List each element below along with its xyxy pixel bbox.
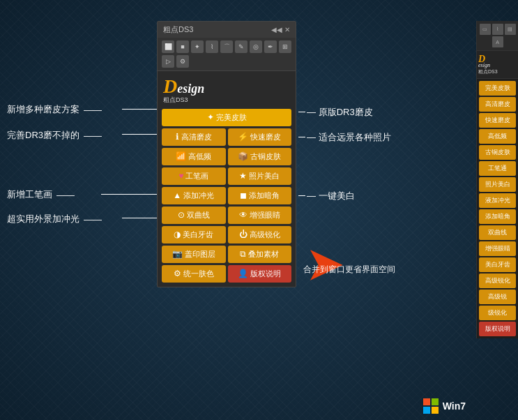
panel-controls: ◀◀ ✕ [271, 26, 290, 33]
btn-perfect-skin[interactable]: ✦ 完美皮肤 [162, 109, 291, 126]
right-btn-photo-white[interactable]: 照片美白 [479, 177, 516, 192]
svg-rect-1 [432, 398, 439, 405]
button-grid: ✦ 完美皮肤 ℹ 高清磨皮 ⚡ 快速磨皮 📶 高低频 📦 古铜皮肤 ♥ 工笔画 … [158, 107, 296, 287]
fast-skin-icon: ⚡ [238, 132, 248, 142]
right-panel-buttons: 完美皮肤 高清磨皮 快速磨皮 高低频 古铜皮肤 工笔通 照片美白 液加冲光 添加… [477, 79, 518, 338]
ink-paint-icon: ♥ [178, 171, 183, 181]
win7-flag-icon [422, 398, 439, 414]
svg-rect-0 [423, 398, 430, 405]
ann-line-3 [101, 194, 158, 195]
right-btn-eyes[interactable]: 增强眼睛 [479, 241, 516, 256]
plugin-panel: 粗点DS3 ◀◀ ✕ ⬜ ■ ✦ ⌇ ⌒ ✎ ◎ ✒ ⊞ ▷ ⚙ Design … [157, 21, 296, 287]
right-btn-curves[interactable]: 双曲线 [479, 225, 516, 240]
toolbar-icon-stamp[interactable]: ✎ [235, 40, 247, 53]
ann-right-original-dr3: — 原版DR3磨皮 [307, 106, 373, 119]
right-btn-sharpen1[interactable]: 高级锐化 [479, 273, 516, 288]
rp-icon-1[interactable]: ▭ [480, 24, 491, 35]
high-freq-icon: 📶 [176, 151, 186, 161]
curves-icon: ⊙ [178, 210, 185, 220]
right-btn-teeth[interactable]: 美白牙齿 [479, 257, 516, 272]
panel-toolbar: ⬜ ■ ✦ ⌇ ⌒ ✎ ◎ ✒ ⊞ ▷ ⚙ [158, 38, 296, 71]
whiten-teeth-icon: ◑ [174, 230, 181, 239]
ann-right-one-click-white: — 一键美白 [307, 190, 355, 202]
btn-unify-skin[interactable]: ⚙ 统一肤色 [162, 265, 226, 283]
btn-fast-skin[interactable]: ⚡ 快速磨皮 [228, 128, 292, 146]
toolbar-icon-shape[interactable]: ▷ [162, 55, 174, 68]
svg-rect-2 [423, 407, 430, 414]
right-btn-sharpen3[interactable]: 级锐化 [479, 306, 516, 320]
hd-skin-icon: ℹ [176, 132, 179, 142]
ann-line-4 [122, 218, 158, 218]
unify-skin-icon: ⚙ [174, 269, 181, 278]
right-btn-perfect-skin[interactable]: 完美皮肤 [479, 81, 516, 96]
btn-add-glow[interactable]: ▲ 添加冲光 [162, 187, 226, 204]
panel-titlebar: 粗点DS3 ◀◀ ✕ [158, 22, 296, 38]
btn-adv-sharpen[interactable]: ⏻ 高级锐化 [228, 226, 292, 243]
svg-rect-3 [432, 407, 439, 414]
toolbar-icon-curve[interactable]: ⌇ [206, 40, 218, 53]
right-btn-fast-skin[interactable]: 快速磨皮 [479, 113, 516, 128]
ann-line-right-1 [298, 112, 305, 112]
rp-icon-3[interactable]: ▤ [505, 24, 516, 35]
btn-high-freq[interactable]: 📶 高低频 [162, 148, 226, 165]
right-btn-ink[interactable]: 工笔通 [479, 161, 516, 176]
stack-material-icon: ⧉ [240, 249, 246, 259]
toolbar-icon-pen[interactable]: ✒ [264, 40, 277, 53]
panel-logo: Design 粗点DS3 [158, 71, 296, 107]
right-logo-esign: esign [478, 62, 517, 68]
annotation-ink-paint: 新增工笔画 [7, 188, 75, 201]
perfect-skin-icon: ✦ [207, 112, 214, 122]
rp-icon-2[interactable]: ⌇ [492, 24, 503, 35]
add-glow-icon: ▲ [173, 190, 181, 200]
toolbar-icon-settings[interactable]: ⚙ [176, 55, 189, 68]
toolbar-icon-magic[interactable]: ✦ [191, 40, 204, 53]
annotation-new-skin: 新增多种磨皮方案 [7, 103, 102, 116]
win7-area: Win7 [422, 398, 466, 414]
right-btn-copyright[interactable]: 版权说明 [479, 322, 516, 336]
btn-stack-material[interactable]: ⧉ 叠加素材 [228, 246, 292, 263]
panel-title: 粗点DS3 [163, 24, 193, 35]
btn-photo-white[interactable]: ★ 照片美白 [228, 167, 292, 185]
copyright-icon: 👤 [238, 269, 248, 278]
ann-right-merge-window: 合并到窗口更省界面空间 [303, 264, 395, 276]
toolbar-icon-lasso[interactable]: ◎ [250, 40, 262, 53]
stamp-layer-icon: 📷 [172, 249, 183, 259]
ann-line-right-3 [298, 195, 305, 196]
logo-design-text: Design [163, 75, 204, 98]
add-shadow-icon: ◼ [240, 190, 247, 200]
annotation-dr3-improve: 完善DR3磨不掉的 [7, 129, 102, 142]
ann-right-distant-photos: — 适合远景各种照片 [307, 131, 391, 144]
btn-stamp-layer[interactable]: 📷 盖印图层 [162, 246, 226, 263]
right-btn-high-freq[interactable]: 高低频 [479, 129, 516, 144]
btn-whiten-teeth[interactable]: ◑ 美白牙齿 [162, 226, 226, 243]
toolbar-icon-type[interactable]: ⊞ [279, 40, 291, 53]
win7-text: Win7 [443, 400, 466, 412]
toolbar-icon-brush[interactable]: ⌒ [220, 40, 233, 53]
photo-white-icon: ★ [239, 171, 247, 181]
enhance-eyes-icon: 👁 [239, 210, 247, 220]
right-sidebar: ▭ ⌇ ▤ A D esign 粗点DS3 完美皮肤 高清磨皮 快速磨皮 高低频… [476, 21, 518, 338]
right-btn-glow[interactable]: 液加冲光 [479, 193, 516, 208]
right-btn-bronze[interactable]: 古铜皮肤 [479, 145, 516, 160]
ann-line-2 [122, 134, 158, 135]
right-btn-shadow[interactable]: 添加暗角 [479, 209, 516, 224]
rp-icon-4[interactable]: A [492, 36, 503, 47]
right-panel-logo: D esign 粗点DS3 [477, 51, 518, 79]
annotation-glow: 超实用外景加冲光 [7, 213, 102, 225]
right-btn-hd-skin[interactable]: 高清磨皮 [479, 97, 516, 112]
right-btn-sharpen2[interactable]: 高级锐 [479, 290, 516, 304]
btn-ink-paint[interactable]: ♥ 工笔画 [162, 167, 226, 185]
btn-add-shadow[interactable]: ◼ 添加暗角 [228, 187, 292, 204]
bronze-skin-icon: 📦 [238, 151, 248, 161]
btn-curves[interactable]: ⊙ 双曲线 [162, 207, 226, 224]
toolbar-icon-move[interactable]: ■ [176, 40, 189, 53]
adv-sharpen-icon: ⏻ [239, 230, 247, 239]
ann-line-1 [122, 109, 158, 110]
btn-hd-skin[interactable]: ℹ 高清磨皮 [162, 128, 226, 146]
btn-bronze-skin[interactable]: 📦 古铜皮肤 [228, 148, 292, 165]
btn-enhance-eyes[interactable]: 👁 增强眼睛 [228, 207, 292, 224]
btn-copyright[interactable]: 👤 版权说明 [228, 265, 292, 283]
right-logo-sub: 粗点DS3 [478, 68, 517, 75]
ann-line-right-2 [298, 137, 305, 137]
toolbar-icon-select[interactable]: ⬜ [162, 40, 174, 53]
